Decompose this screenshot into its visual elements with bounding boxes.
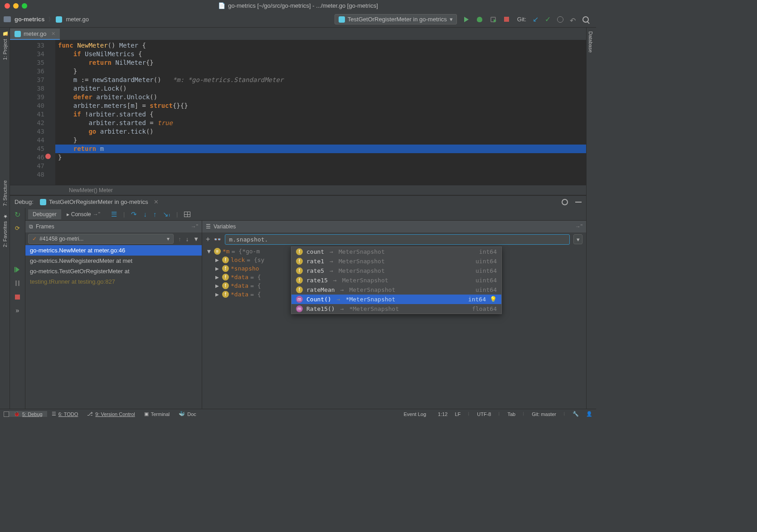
memory-indicator[interactable]: 🔧 — [573, 411, 579, 417]
git-label: Git: — [517, 16, 526, 23]
code-editor[interactable]: 33343536373839404142434445464748 func Ne… — [10, 40, 586, 185]
chevron-right-icon: 〉 — [48, 15, 54, 24]
frame-up-button[interactable]: ↑ — [178, 236, 181, 242]
step-into-button[interactable]: ↓ — [143, 210, 147, 218]
structure-tool-tab[interactable]: 7: Structure — [1, 177, 9, 210]
window-close-button[interactable] — [5, 3, 10, 9]
close-tab-button[interactable]: ✕ — [51, 31, 55, 37]
window-minimize-button[interactable] — [13, 3, 19, 9]
watch-input[interactable] — [225, 234, 570, 245]
debug-title: Debug: — [15, 198, 34, 205]
autocomplete-item[interactable]: mRate15()→*MeterSnapshotfloat64 — [291, 304, 501, 314]
breadcrumb-file[interactable]: meter.go — [64, 16, 91, 23]
thread-selector[interactable]: ✓#41458 go-metri... ▾ — [28, 234, 174, 244]
evaluate-button[interactable] — [184, 212, 190, 217]
settings-button[interactable] — [562, 199, 568, 205]
vcs-update-button[interactable]: ↙ — [533, 15, 539, 24]
debug-button[interactable] — [477, 17, 482, 22]
debug-session-tab[interactable]: TestGetOrRegisterMeter in go-metrics ✕ — [40, 198, 159, 205]
debug-header: Debug: TestGetOrRegisterMeter in go-metr… — [10, 196, 586, 208]
folder-icon — [4, 16, 11, 22]
tool-window-toggle-button[interactable] — [4, 411, 9, 417]
frames-pane: ⧉Frames →" ✓#41458 go-metri... ▾ ↑ ↓ ▼ g… — [25, 221, 202, 409]
run-config-selector[interactable]: TestGetOrRegisterMeter in go-metrics ▾ — [335, 14, 457, 24]
main-toolbar: go-metrics 〉 meter.go TestGetOrRegisterM… — [0, 11, 596, 28]
autocomplete-popup[interactable]: fcount→MeterSnapshotint64frate1→MeterSna… — [291, 247, 502, 314]
project-tool-tab[interactable]: 1: Project📁 — [0, 28, 9, 63]
vcs-tool-button[interactable]: ⎇ 9: Version Control — [82, 411, 139, 417]
event-log-button[interactable]: Event Log — [399, 411, 431, 417]
vcs-revert-button[interactable]: ↶ — [570, 16, 576, 23]
breakpoint-icon[interactable] — [45, 154, 51, 159]
debugger-tab[interactable]: Debugger — [28, 209, 61, 219]
resume-button[interactable] — [14, 266, 21, 273]
git-branch[interactable]: Git: master — [532, 411, 556, 417]
autocomplete-item[interactable]: frateMean→MeterSnapshotuint64 — [291, 285, 501, 295]
tab-label: meter.go — [24, 30, 47, 37]
thread-dump-button[interactable]: ☰ — [111, 210, 117, 218]
run-config-label: TestGetOrRegisterMeter in go-metrics — [348, 16, 447, 23]
coverage-button[interactable] — [490, 17, 496, 22]
restore-layout-button[interactable]: →" — [575, 223, 582, 230]
modify-run-config-button[interactable]: ⟳ — [14, 224, 21, 232]
cursor-position[interactable]: 1:12 — [438, 411, 447, 417]
breadcrumb-project[interactable]: go-metrics — [13, 16, 46, 23]
stop-button[interactable] — [504, 17, 509, 22]
frame-item[interactable]: testing.tRunner at testing.go:827 — [25, 276, 202, 287]
run-button[interactable] — [464, 17, 469, 22]
search-everywhere-button[interactable] — [582, 16, 589, 23]
editor-tab-meter[interactable]: meter.go ✕ — [10, 29, 60, 40]
glasses-icon: 👓 — [214, 236, 221, 243]
rerun-button[interactable]: ↻ — [14, 211, 21, 218]
console-tab[interactable]: ▸Console→" — [62, 209, 105, 219]
more-actions-button[interactable]: » — [14, 307, 21, 314]
file-encoding[interactable]: UTF-8 — [477, 411, 491, 417]
variables-pane: ☰Variables →" + 👓 ▾ ▼≡ *m = {*go-m▶f loc… — [202, 221, 586, 409]
vcs-commit-button[interactable]: ✓ — [545, 15, 551, 24]
autocomplete-item[interactable]: frate1→MeterSnapshotuint64 — [291, 256, 501, 266]
step-over-button[interactable]: ↷ — [131, 210, 137, 218]
autocomplete-item[interactable]: frate15→MeterSnapshotuint64 — [291, 276, 501, 285]
frame-item[interactable]: go-metrics.NewMeter at meter.go:46 — [25, 245, 202, 256]
close-session-button[interactable]: ✕ — [154, 198, 159, 205]
pause-button[interactable] — [14, 280, 21, 287]
frame-item[interactable]: go-metrics.TestGetOrRegisterMeter at — [25, 266, 202, 276]
autocomplete-item[interactable]: fcount→MeterSnapshotint64 — [291, 247, 501, 256]
restore-layout-button[interactable]: →" — [191, 223, 198, 230]
add-watch-button[interactable]: + — [206, 235, 210, 243]
titlebar: 📄 go-metrics [~/go/src/go-metrics] - ...… — [0, 0, 596, 11]
autocomplete-item[interactable]: frate5→MeterSnapshotuint64 — [291, 266, 501, 276]
debug-tabs: Debugger ▸Console→" ☰ | ↷ ↓ ↑ ↘I | — [25, 208, 586, 221]
vcs-history-button[interactable] — [557, 16, 563, 23]
breadcrumb: go-metrics 〉 meter.go — [4, 15, 91, 24]
frames-header: ⧉Frames →" — [25, 221, 202, 232]
right-tool-strip: Database — [586, 28, 596, 409]
stop-debug-button[interactable] — [14, 293, 21, 300]
terminal-tool-button[interactable]: ▣ Terminal — [140, 411, 175, 417]
code-area[interactable]: func NewMeter() Meter { if UseNilMetrics… — [55, 40, 586, 185]
favorites-tool-tab[interactable]: 2: Favorites★ — [0, 210, 9, 251]
step-out-button[interactable]: ↑ — [153, 210, 157, 218]
hide-button[interactable] — [575, 202, 582, 203]
database-tool-tab[interactable]: Database — [587, 28, 595, 56]
debug-tool-button[interactable]: 🐞 5: Debug — [9, 411, 47, 417]
frame-item[interactable]: go-metrics.NewRegisteredMeter at met — [25, 256, 202, 266]
line-separator[interactable]: LF — [455, 411, 461, 417]
editor-tabs: meter.go ✕ — [10, 28, 586, 40]
status-bar: 🐞 5: Debug ☰ 6: TODO ⎇ 9: Version Contro… — [0, 409, 596, 419]
docker-tool-button[interactable]: 🐳 Doc — [174, 411, 201, 417]
frame-down-button[interactable]: ↓ — [186, 236, 189, 242]
window-maximize-button[interactable] — [22, 3, 27, 9]
todo-tool-button[interactable]: ☰ 6: TODO — [47, 411, 83, 417]
indent-info[interactable]: Tab — [507, 411, 515, 417]
watch-history-button[interactable]: ▾ — [573, 234, 582, 244]
editor-breadcrumb[interactable]: NewMeter() Meter — [10, 185, 586, 195]
ide-settings-button[interactable]: 👤 — [586, 411, 592, 417]
autocomplete-item[interactable]: mCount()→*MeterSnapshotint64💡 — [291, 295, 501, 304]
variables-header: ☰Variables →" — [202, 221, 586, 232]
left-tool-strip: 1: Project📁 7: Structure 2: Favorites★ — [0, 28, 10, 409]
run-to-cursor-button[interactable]: ↘I — [163, 210, 170, 218]
filter-button[interactable]: ▼ — [193, 236, 199, 242]
frame-list[interactable]: go-metrics.NewMeter at meter.go:46go-met… — [25, 245, 202, 409]
gopher-icon — [15, 31, 21, 37]
